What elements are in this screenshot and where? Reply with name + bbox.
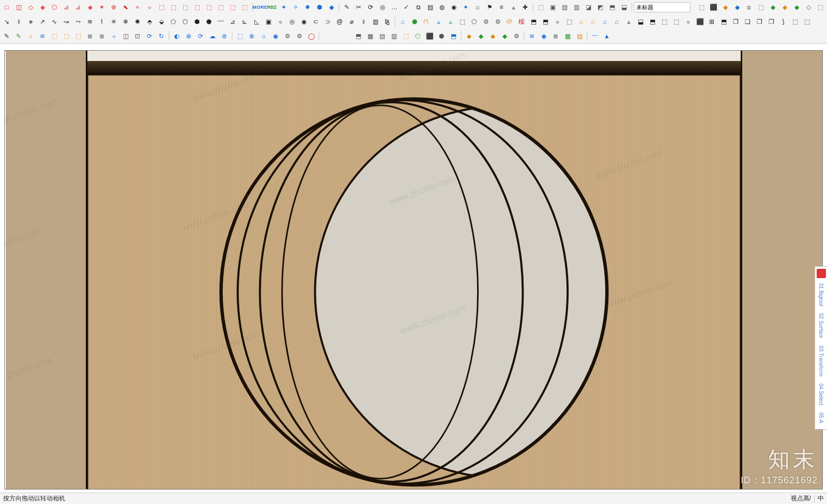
sun-icon[interactable]: ☼ — [258, 30, 269, 42]
cube-icon[interactable]: ⬚ — [535, 2, 546, 13]
frame-icon[interactable]: ⬒ — [528, 16, 539, 27]
box-icon[interactable]: ⬚ — [755, 2, 767, 13]
clock-icon[interactable]: ◐ — [171, 30, 182, 42]
box-icon[interactable]: ⬚ — [801, 16, 813, 27]
star-icon[interactable]: ✹ — [302, 2, 313, 13]
panel-icon[interactable]: ◫ — [120, 30, 131, 42]
spiral-icon[interactable]: @ — [334, 16, 345, 27]
red-shape-icon[interactable]: ⬉ — [120, 2, 131, 13]
model-icon[interactable]: ⬠ — [468, 16, 480, 27]
cube-icon[interactable]: ◆ — [326, 2, 337, 13]
box-icon[interactable]: ⬚ — [789, 16, 801, 27]
house-icon[interactable]: ⌂ — [599, 16, 610, 27]
terrain-icon[interactable]: ⟁ — [445, 16, 456, 27]
trend-up-icon[interactable]: ▲ — [601, 30, 612, 42]
side-tab[interactable]: 02.Surface — [818, 311, 824, 340]
box-icon[interactable]: ◆ — [767, 2, 778, 13]
align-icon[interactable]: ≡ — [496, 2, 507, 13]
side-tab[interactable]: 04.Select — [818, 381, 824, 407]
cube-icon[interactable]: ◆ — [475, 30, 486, 42]
cube-icon[interactable]: ⬒ — [606, 2, 618, 13]
stop-icon[interactable]: ⊗ — [246, 30, 257, 42]
box-icon[interactable]: ⟐ — [682, 16, 694, 27]
cut-icon[interactable]: ✂ — [353, 2, 364, 13]
cube-icon[interactable]: ◆ — [463, 30, 474, 42]
star-icon[interactable]: ✺ — [132, 16, 143, 27]
bars-icon[interactable]: ⦀ — [13, 16, 24, 27]
box-icon[interactable]: ◆ — [791, 2, 802, 13]
poly-icon[interactable]: ⬡ — [179, 16, 191, 27]
pencil-icon[interactable]: ✎ — [1, 30, 12, 42]
red-shape-icon[interactable]: ⊛ — [108, 2, 119, 13]
cube-icon[interactable]: ⬚ — [72, 30, 84, 42]
box-icon[interactable]: ◆ — [779, 2, 790, 13]
arc-icon[interactable]: ⊂ — [310, 16, 321, 27]
bars-icon[interactable]: ⦀ — [358, 16, 369, 27]
undo-icon[interactable]: ⟳ — [144, 30, 155, 42]
star-icon[interactable]: ✧ — [290, 2, 301, 13]
poly-icon[interactable]: ⬢ — [191, 16, 203, 27]
gear-icon[interactable]: ⚙ — [294, 30, 305, 42]
curve-icon[interactable]: ⟆ — [777, 16, 789, 27]
gear-icon[interactable]: ⚙ — [511, 30, 522, 42]
tri-icon[interactable]: ⊿ — [227, 16, 238, 27]
cube-icon[interactable]: ▣ — [547, 2, 558, 13]
cube-icon[interactable]: ▥ — [571, 2, 582, 13]
star-icon[interactable]: ❄ — [120, 16, 131, 27]
block-icon[interactable]: ⬛ — [424, 30, 435, 42]
tri-icon[interactable]: ⊾ — [239, 16, 250, 27]
side-tab[interactable]: 03.Transform — [818, 344, 824, 378]
poly-icon[interactable]: ⬘ — [144, 16, 155, 27]
wave-icon[interactable]: 〰 — [215, 16, 226, 27]
window-icon[interactable]: ❒ — [765, 16, 777, 27]
flag-icon[interactable]: ⚑ — [484, 2, 495, 13]
red-shape-icon[interactable]: ⊿ — [72, 2, 84, 13]
redo-icon[interactable]: ↻ — [156, 30, 167, 42]
red-shape-icon[interactable]: ⬚ — [227, 2, 238, 13]
hex-icon[interactable]: ⬢ — [436, 30, 447, 42]
tri-icon[interactable]: ⟁ — [623, 16, 634, 27]
title-input[interactable] — [634, 2, 691, 12]
red-shape-icon[interactable]: ✶ — [96, 2, 108, 13]
trend-icon[interactable]: 〰 — [589, 30, 601, 42]
red-shape-icon[interactable]: ⟐ — [144, 2, 155, 13]
viewport[interactable]: www.znzmo.com www.znzmo.com www.znzmo.co… — [4, 50, 823, 490]
box-icon[interactable]: ⬓ — [635, 16, 646, 27]
red-shape-icon[interactable]: □ — [1, 2, 12, 13]
star-icon[interactable]: ✳ — [108, 16, 119, 27]
frame-icon[interactable]: ⟐ — [552, 16, 563, 27]
panel-icon[interactable]: ⬒ — [448, 30, 459, 42]
record-icon[interactable]: ◉ — [270, 30, 281, 42]
select-icon[interactable]: ✦ — [460, 2, 471, 13]
window-icon[interactable]: ❐ — [754, 16, 765, 27]
grid-icon[interactable]: ▦ — [562, 30, 573, 42]
window-icon[interactable]: ❐ — [730, 16, 741, 27]
record-icon[interactable]: ◉ — [538, 30, 549, 42]
arrow-icon[interactable]: ↘ — [1, 16, 12, 27]
circle-icon[interactable]: ◎ — [286, 16, 298, 27]
dot-icon[interactable]: ◉ — [448, 2, 460, 13]
plus-icon[interactable]: ✚ — [519, 2, 531, 13]
grid-icon[interactable]: ▤ — [376, 30, 388, 42]
cube-icon[interactable]: ▤ — [559, 2, 570, 13]
wave-icon[interactable]: ≋ — [37, 30, 48, 42]
red-shape-icon[interactable]: ◈ — [37, 2, 48, 13]
box-icon[interactable]: ⬒ — [718, 16, 729, 27]
terrain-icon[interactable]: ⟁ — [433, 16, 444, 27]
wave-icon[interactable]: ≋ — [84, 16, 96, 27]
red-shape-icon[interactable]: ⬡ — [49, 2, 60, 13]
refresh-icon[interactable]: ⟳ — [195, 30, 206, 42]
hex-icon[interactable]: ⬡ — [412, 30, 423, 42]
curve-icon[interactable]: ∿ — [49, 16, 60, 27]
house-icon[interactable]: ⌂ — [397, 16, 408, 27]
red-shape-icon[interactable]: ≈ — [132, 2, 143, 13]
house-icon[interactable]: ⌂ — [587, 16, 599, 27]
box-icon[interactable]: ⬒ — [647, 16, 658, 27]
red-shape-icon[interactable]: ◈ — [84, 2, 96, 13]
sq-icon[interactable]: ⟐ — [274, 16, 286, 27]
red-shape-icon[interactable]: ⬚ — [215, 2, 226, 13]
side-tab[interactable]: 01.Bigtool — [818, 281, 824, 308]
check-icon[interactable]: ✓ — [401, 2, 412, 13]
window-icon[interactable]: ❏ — [742, 16, 753, 27]
circle-icon[interactable]: ◍ — [436, 2, 448, 13]
